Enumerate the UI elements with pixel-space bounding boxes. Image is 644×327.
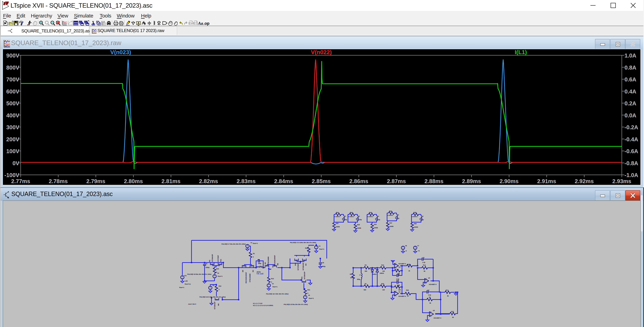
svg-text:PULSE(0 18 50u 30n 30n 47u 100: PULSE(0 18 50u 30n 30n 47u 100u): [187, 273, 211, 275]
svg-text:900V: 900V: [6, 52, 19, 59]
svg-text:K2 L1 L2 L3 L4 L5 L6 0.00001: K2 L1 L2 L3 L4 L5 L6 0.00001: [253, 305, 273, 306]
svg-text:Rser=1: Rser=1: [272, 286, 278, 288]
svg-text:1000µ: 1000µ: [321, 266, 326, 267]
svg-text:L3: L3: [344, 215, 346, 217]
svg-text:U2: U2: [398, 266, 400, 268]
svg-text:1k: 1k: [407, 295, 409, 297]
svg-text:.tran 0 3m 0: .tran 0 3m 0: [188, 303, 196, 305]
svg-text:U5: U5: [433, 310, 435, 311]
svg-text:R14: R14: [423, 264, 426, 266]
svg-text:R26: R26: [357, 224, 360, 226]
svg-text:5k: 5k: [424, 270, 426, 272]
svg-text:.op: .op: [203, 21, 210, 26]
svg-text:R40: R40: [389, 210, 392, 212]
svg-text:PULSE(0 16 0 30n 30n 97u 100u): PULSE(0 16 0 30n 30n 97u 100u): [266, 293, 288, 295]
svg-text:600V: 600V: [6, 88, 19, 95]
svg-text:5k: 5k: [447, 295, 449, 297]
svg-text:E3: E3: [193, 21, 198, 26]
svg-text:PULSE(0 16.5 100u 30n 30n 47u: PULSE(0 16.5 100u 30n 30n 47u 100u): [200, 296, 226, 298]
svg-text:2.81ms: 2.81ms: [162, 178, 180, 184]
svg-text:M9: M9: [242, 270, 244, 272]
svg-text:0.000001: 0.000001: [334, 216, 340, 217]
svg-text:C26: C26: [321, 262, 324, 263]
svg-text:R8: R8: [350, 273, 352, 275]
svg-text:1N914: 1N914: [372, 273, 376, 275]
svg-text:200V: 200V: [6, 136, 19, 142]
svg-text:+5: +5: [418, 250, 420, 252]
svg-text:2.80ms: 2.80ms: [124, 178, 143, 184]
svg-text:2.88ms: 2.88ms: [424, 178, 444, 184]
svg-text:M3: M3: [264, 262, 266, 264]
svg-text:M12: M12: [220, 259, 222, 262]
svg-text:BSC252N10NSF: BSC252N10NSF: [274, 255, 276, 266]
svg-text:Si7336ADP: Si7336ADP: [302, 262, 304, 270]
svg-text:V1: V1: [250, 242, 252, 243]
svg-text:M8: M8: [277, 263, 278, 265]
svg-text:M10: M10: [294, 263, 296, 266]
svg-text:R23: R23: [216, 268, 219, 270]
svg-text:2.83ms: 2.83ms: [236, 178, 256, 184]
svg-text:U1: U1: [398, 291, 400, 293]
svg-text:C10: C10: [396, 279, 399, 281]
svg-text:-0.6A: -0.6A: [624, 148, 638, 154]
svg-text:1000K: 1000K: [414, 226, 418, 228]
svg-text:-5: -5: [406, 250, 407, 252]
svg-text:M5: M5: [305, 263, 307, 266]
svg-text:Si7370DP: Si7370DP: [297, 264, 299, 270]
svg-text:Rser=1: Rser=1: [319, 248, 324, 250]
svg-text:500V: 500V: [6, 100, 19, 107]
svg-text:C5: C5: [206, 263, 207, 265]
svg-text:-1.0A: -1.0A: [624, 172, 638, 178]
svg-text:L4: L4: [377, 215, 379, 217]
svg-text:STW11NM80: STW11NM80: [249, 273, 251, 282]
svg-text:800V: 800V: [6, 65, 19, 71]
svg-text:2.87ms: 2.87ms: [387, 178, 406, 184]
svg-text:5: 5: [308, 292, 308, 294]
svg-text:PULSE(0 17.5 100u 30n 30n 47u: PULSE(0 17.5 100u 30n 30n 47u 100u): [290, 242, 316, 243]
svg-text:1.0A: 1.0A: [624, 52, 636, 59]
svg-text:R39: R39: [414, 212, 416, 213]
svg-text:V11: V11: [184, 275, 186, 276]
svg-text:V(n022): V(n022): [311, 49, 332, 55]
svg-text:100V: 100V: [6, 148, 19, 154]
svg-text:100k: 100k: [350, 277, 353, 278]
svg-text:R41: R41: [336, 212, 339, 213]
svg-text:V(n023): V(n023): [110, 49, 131, 55]
svg-text:R42: R42: [350, 212, 353, 213]
svg-text:U3: U3: [428, 277, 430, 279]
svg-text:V7: V7: [417, 245, 419, 247]
svg-text:L7: L7: [359, 274, 361, 276]
svg-text:-0.4A: -0.4A: [624, 136, 638, 142]
svg-text:-100V: -100V: [4, 172, 19, 178]
svg-text:R27: R27: [451, 311, 454, 312]
svg-text:BSC252N10NSF: BSC252N10NSF: [245, 272, 247, 283]
svg-text:0.2A: 0.2A: [624, 100, 636, 107]
svg-text:5: 5: [218, 289, 220, 290]
svg-text:Rser=1: Rser=1: [309, 297, 314, 299]
svg-text:300V: 300V: [6, 124, 19, 130]
svg-text:2.77ms: 2.77ms: [11, 178, 30, 184]
svg-text:0.000001: 0.000001: [388, 215, 393, 216]
svg-text:0.000001: 0.000001: [412, 216, 418, 217]
svg-text:M1: M1: [209, 260, 210, 262]
svg-text:V3: V3: [272, 283, 274, 285]
svg-text:C1: C1: [423, 257, 424, 258]
svg-text:1k: 1k: [408, 270, 410, 272]
svg-text:2.85ms: 2.85ms: [312, 178, 331, 184]
svg-text:STW11NM80: STW11NM80: [268, 257, 269, 265]
svg-text:1000k: 1000k: [357, 227, 361, 229]
svg-text:1000µ: 1000µ: [206, 267, 210, 268]
svg-text:R29: R29: [408, 263, 410, 265]
svg-text:5: 5: [216, 271, 217, 273]
svg-text:1.55: 1.55: [185, 280, 188, 282]
svg-text:5k: 5k: [430, 302, 431, 304]
svg-text:Rser=0.1: Rser=0.1: [185, 283, 191, 285]
svg-text:ADA4807-4: ADA4807-4: [434, 317, 441, 319]
svg-text:Si7370DP: Si7370DP: [217, 255, 219, 262]
svg-text:Rser=1: Rser=1: [253, 242, 258, 244]
svg-text:5: 5: [271, 281, 272, 283]
svg-text:M2: M2: [252, 270, 254, 272]
svg-text:2.78ms: 2.78ms: [49, 178, 68, 184]
svg-text:10p: 10p: [378, 219, 380, 220]
svg-text:400V: 400V: [6, 112, 19, 119]
